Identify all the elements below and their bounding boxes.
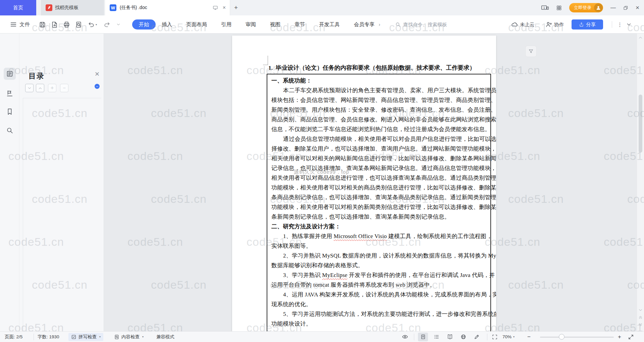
ribbon-tab-3[interactable]: 引用 [221, 21, 231, 28]
ribbon-tab-8[interactable]: 会员专享 [354, 21, 375, 28]
ribbon-tab-2[interactable]: 页面布局 [186, 21, 207, 28]
close-window-button[interactable]: × [636, 4, 639, 11]
page-view-button[interactable] [418, 333, 428, 341]
read-view-button[interactable] [445, 333, 455, 341]
word-count[interactable]: 字数: 1930 [38, 332, 59, 342]
ribbon-tab-4[interactable]: 审阅 [246, 21, 256, 28]
document-text: 4、运用 JAVA 构架来开发系统，设计系统的具体功能模块，完成系统界面的布局，… [283, 291, 496, 298]
mobile-view-icon[interactable]: 1 [541, 5, 549, 11]
previous-page-icon[interactable] [638, 315, 643, 320]
close-panel-icon[interactable]: ✕ [95, 70, 100, 78]
tab-home-label: 首页 [13, 5, 23, 11]
undo-dropdown-icon[interactable]: ▾ [96, 23, 97, 26]
file-menu[interactable]: 文件 [19, 15, 30, 34]
collapse-ribbon-icon[interactable] [626, 15, 632, 34]
bookmark-panel-icon[interactable] [6, 108, 13, 115]
zoom-out-button[interactable]: − [527, 332, 531, 342]
main-menu-icon[interactable] [10, 15, 17, 34]
comment-filter-button[interactable] [525, 46, 537, 57]
collaborate-button[interactable]: 协作 [545, 15, 564, 34]
redo-button[interactable] [103, 15, 110, 34]
print-button[interactable] [63, 15, 70, 34]
eye-protection-button[interactable] [402, 332, 408, 342]
cloud-status[interactable]: 未上云 [511, 15, 535, 34]
scroll-down-icon[interactable] [638, 308, 643, 312]
ribbon-tab-7[interactable]: 开发工具 [319, 21, 340, 28]
zoom-slider-track[interactable] [540, 337, 614, 338]
more-options-icon[interactable]: ⋮ [617, 15, 623, 34]
toc-expand-all-button[interactable] [25, 84, 34, 92]
tab-home[interactable]: 首页 [0, 0, 36, 15]
login-button[interactable]: 立即登录 [569, 3, 603, 12]
document-text: 开发平台和插件的使用，在平台运行和调试 Java 代码，并 [347, 272, 495, 278]
spell-check-button[interactable]: 拼写检查 ▾ [68, 333, 103, 341]
undo-button[interactable]: ▾ [88, 15, 97, 34]
toc-zoom-in-button[interactable]: ＋ [48, 84, 56, 92]
chapter-navigation-icon[interactable] [6, 90, 13, 97]
scroll-up-icon[interactable] [638, 36, 643, 40]
toc-zoom-out-button[interactable]: － [60, 84, 68, 92]
assistant-badge-icon[interactable] [95, 84, 100, 89]
tab-template-label: 找稻壳模板 [55, 5, 78, 11]
zoom-level[interactable]: 70% ▾ [502, 332, 515, 342]
zoom-slider-thumb[interactable] [559, 334, 565, 340]
next-page-icon[interactable] [638, 323, 643, 327]
scrollbar-thumb[interactable] [639, 95, 642, 153]
document-text-line: 数据库能够识别和存储的表格形式。 [271, 261, 487, 270]
collaborate-icon [545, 21, 552, 28]
fit-page-button[interactable] [492, 332, 498, 342]
document-text: 数据库能够识别和存储的表格形式。 [271, 262, 364, 269]
content-check-dropdown-icon[interactable]: ▾ [142, 335, 144, 338]
document-text: 功能模块，相关使用者可以对相关的新闻类别信息进行管理，比如可以选择修改、删除某 [271, 204, 496, 210]
statusbar-divider [34, 334, 34, 340]
spell-check-label: 拼写检查 [78, 334, 97, 340]
print-preview-button[interactable] [75, 15, 82, 34]
toolbar-more-icon[interactable] [116, 15, 121, 34]
restore-button[interactable] [623, 5, 628, 10]
margin-crop-mark [268, 56, 268, 65]
left-sidebar: 目录 ✕ ＋ － [0, 34, 104, 331]
ribbon-tab-5[interactable]: 视图 [270, 21, 280, 28]
document-text-line: 实体联系图等。 [271, 241, 487, 251]
tab-document[interactable]: W (任务书) .doc × [105, 0, 230, 15]
close-document-icon[interactable]: × [223, 5, 226, 11]
new-tab-button[interactable]: + [234, 5, 238, 11]
command-search-input[interactable]: 查找命令、搜索模板 [403, 15, 447, 34]
ink-annotation-button[interactable] [472, 333, 482, 341]
document-text: 条商品类别记录信息，也可以选择增加、查询某条商品类别记录信息。通过新闻类别管理 [271, 194, 496, 201]
ribbon-tab-1[interactable]: 插入 [162, 21, 172, 28]
toc-panel-icon[interactable] [6, 70, 13, 77]
document-page[interactable]: 1. 毕业设计（论文）任务的内容和要求（包括原始数据、技术要求、工作要求） 一、… [232, 36, 496, 331]
minimize-button[interactable]: — [610, 5, 616, 11]
ribbon-tab-start-active[interactable]: 开始 [132, 19, 156, 30]
document-text-line: 5、学习并运用功能测试方法，对系统的主要功能进行测试，进一步修改和完善系统的 [271, 309, 487, 319]
tab-template-store[interactable]: 找稻壳模板 [41, 0, 104, 15]
save-button[interactable] [39, 15, 46, 34]
find-panel-icon[interactable] [6, 127, 13, 134]
document-text: 功能模块设计。 [271, 321, 312, 327]
ribbon-tabs-overflow-icon[interactable]: › [379, 22, 380, 27]
window-controls: 1 立即登录 — × [541, 0, 644, 15]
vertical-scrollbar[interactable] [637, 34, 644, 331]
screen-share-icon[interactable] [213, 5, 218, 10]
status-bar: 页面: 2/5 字数: 1930 拼写检查 ▾ 内容检查 ▾ 兼容模式 [0, 331, 644, 342]
docer-logo-icon [46, 4, 52, 11]
document-text-line: 新闻类别管理。用户模块包括：安全登录、修改密码、查询信息、发布信息、会员注册、 [271, 105, 487, 115]
zoom-in-button[interactable]: + [618, 332, 621, 342]
document-canvas[interactable]: 1. 毕业设计（论文）任务的内容和要求（包括原始数据、技术要求、工作要求） 一、… [104, 34, 637, 331]
document-text: 运用平台自带的 tomcat 服务器插件将系统发布到 web 浏览器中。 [271, 282, 436, 288]
content-check-button[interactable]: 内容检查 ▾ [111, 333, 146, 341]
fullscreen-button[interactable] [628, 332, 634, 342]
web-view-button[interactable] [458, 333, 468, 341]
compatibility-mode[interactable]: 兼容模式 [156, 332, 174, 342]
zoom-dropdown-icon[interactable]: ▾ [513, 335, 515, 338]
share-button[interactable]: 分享 [572, 19, 603, 30]
ribbon-tab-6[interactable]: 章节 [294, 21, 305, 28]
svg-text:1: 1 [543, 6, 545, 9]
outline-view-button[interactable] [431, 333, 441, 341]
toc-collapse-all-button[interactable] [36, 84, 44, 92]
export-pdf-button[interactable] [51, 15, 58, 34]
toc-list-area[interactable] [23, 98, 101, 342]
spell-check-dropdown-icon[interactable]: ▾ [99, 335, 101, 338]
app-grid-icon[interactable] [556, 5, 562, 11]
